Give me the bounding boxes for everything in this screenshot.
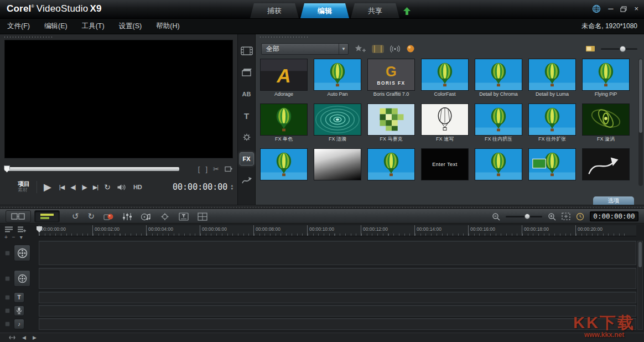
add-track-button[interactable]: + [4,235,8,240]
add-track-icon[interactable] [17,226,26,233]
spinner-down-icon[interactable]: ▼ [231,187,233,190]
gallery-thumbnail[interactable]: A [260,59,308,91]
gallery-thumbnail[interactable] [475,148,522,180]
audio-filter-toggle-icon[interactable] [389,45,401,53]
gallery-item[interactable]: AAdorage [260,59,308,98]
voice-track-lane[interactable] [39,305,636,317]
track-toggle-icon[interactable] [5,308,10,313]
play-button[interactable]: ▶ [44,181,51,193]
maximize-button[interactable] [620,6,627,12]
auto-music-button[interactable] [141,213,151,221]
gallery-item[interactable]: FX 往外扩张 [528,103,576,143]
slider-thumb[interactable] [524,214,530,219]
scroll-left-button[interactable]: ◀ [22,335,26,340]
gallery-thumbnail[interactable] [421,59,469,91]
add-favorite-icon[interactable] [354,44,366,53]
gallery-item[interactable]: FX 马赛克 [367,103,415,143]
gallery-thumbnail[interactable] [528,148,576,180]
titles-icon[interactable]: T [240,109,254,122]
gallery-item[interactable]: FX 速写 [421,103,469,143]
gallery-item[interactable]: GBORIS FXBoris Graffiti 7.0 [367,59,415,98]
color-filter-toggle-icon[interactable] [406,44,415,53]
gallery-item[interactable]: Enter Text [421,148,469,183]
gallery-item[interactable] [582,148,630,183]
tab-share[interactable]: 共享 [351,3,399,18]
gallery-thumbnail[interactable] [314,103,361,136]
music-track-lane[interactable] [39,318,636,330]
gallery-thumbnail[interactable] [367,148,415,180]
playback-timecode[interactable]: 00:00:00:00 ▲ ▼ [173,182,233,192]
home-button[interactable]: |◀ [59,184,64,191]
track-toggle-icon[interactable] [5,251,10,256]
gallery-thumbnail[interactable] [582,103,630,136]
seek-bar[interactable] [4,167,179,171]
gallery-item[interactable]: FX 往内挤压 [475,103,522,143]
timeline-timecode[interactable]: 0:00:00:00 [590,211,638,221]
track-toggle-icon[interactable] [5,295,10,300]
previous-frame-button[interactable]: ◀| [70,184,75,191]
menu-file[interactable]: 文件(F) [0,22,37,31]
tab-capture[interactable]: 捕获 [250,3,299,18]
gallery-thumbnail[interactable] [260,148,308,180]
remove-track-button[interactable]: − [12,235,15,240]
gallery-thumbnail[interactable] [582,148,630,180]
gallery-item[interactable]: Flying PiP [582,59,630,98]
panel-drag-handle[interactable] [3,36,54,38]
gallery-thumbnail[interactable] [314,59,361,91]
gallery-item[interactable]: Auto Pan [314,59,361,98]
gallery-item[interactable]: Detail by Chroma [475,59,522,98]
timeline-view-button[interactable] [34,210,60,222]
filters-icon[interactable]: FX [240,152,254,165]
frame-grab-button[interactable] [225,165,233,173]
menu-settings[interactable]: 设置(S) [112,22,149,31]
gallery-item[interactable]: FX 单色 [260,103,308,143]
minimize-button[interactable]: ─ [608,5,613,13]
scroll-right-button[interactable]: ▶ [33,335,37,340]
end-button[interactable]: ▶| [93,184,98,191]
mark-in-button[interactable]: [ [198,165,200,173]
gallery-item[interactable] [475,148,522,183]
gallery-item[interactable] [314,148,361,183]
options-button[interactable]: 选项 [593,196,634,205]
transitions-icon[interactable]: AB [240,87,254,101]
gallery-item[interactable]: Detail by Luma [528,59,576,98]
panel-splitter[interactable] [0,205,644,209]
timeline-ruler[interactable]: 00:00:00:0000:00:02:0000:00:04:0000:00:0… [39,225,636,236]
track-options-caret[interactable]: ▾ [20,235,23,240]
undo-button[interactable]: ↺ [72,211,79,221]
title-track-lane[interactable] [39,292,636,303]
playback-mode-project[interactable]: 项目 [18,181,30,187]
scroll-mode-icon[interactable] [9,335,15,340]
seek-thumb[interactable] [4,165,10,173]
timeline-zoom-slider[interactable] [506,216,542,217]
gallery-thumbnail[interactable] [314,148,361,180]
record-capture-button[interactable] [103,212,113,221]
gallery-thumbnail[interactable] [260,103,308,136]
storyboard-view-button[interactable] [6,210,31,222]
update-arrow-icon[interactable] [403,7,411,15]
gallery-thumbnail[interactable] [475,59,522,91]
gallery-thumbnail[interactable] [367,103,415,136]
globe-icon[interactable] [592,4,601,13]
gallery-thumbnail[interactable] [528,103,576,136]
gallery-item[interactable] [528,148,576,183]
video-filter-toggle-icon[interactable] [372,45,384,53]
gallery-thumbnail[interactable] [582,59,630,91]
timecode-spinner[interactable]: ▲ ▼ [231,184,233,190]
gallery-filter-dropdown[interactable]: 全部 ▼ [261,43,349,55]
next-frame-button[interactable]: |▶ [82,184,87,191]
menu-tools[interactable]: 工具(T) [75,22,112,31]
gallery-item[interactable]: ColorFast [421,59,469,98]
menu-edit[interactable]: 编辑(E) [37,22,75,31]
gallery-item[interactable]: FX 涟漪 [314,103,361,143]
slider-thumb[interactable] [620,46,626,52]
zoom-in-button[interactable] [548,213,556,221]
gallery-thumbnail[interactable] [528,59,576,91]
gallery-thumbnail[interactable]: GBORIS FX [367,59,415,91]
gallery-thumbnail[interactable]: Enter Text [421,148,469,180]
split-clip-button[interactable]: ✂ [213,165,219,173]
project-duration-icon[interactable] [576,213,584,221]
graphics-icon[interactable] [240,131,254,144]
sound-mixer-button[interactable] [122,213,132,221]
redo-button[interactable]: ↻ [88,211,95,221]
